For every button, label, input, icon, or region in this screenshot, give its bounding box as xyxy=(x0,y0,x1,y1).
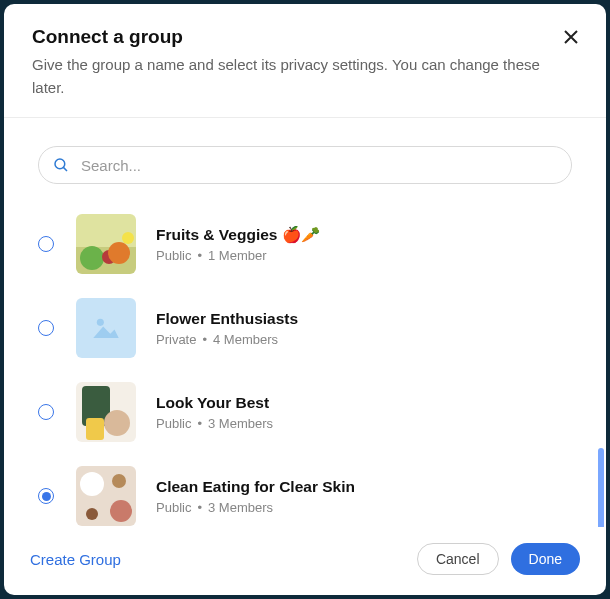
group-name: Flower Enthusiasts xyxy=(156,310,298,328)
group-thumbnail xyxy=(76,214,136,274)
group-info: Clean Eating for Clear Skin Public•3 Mem… xyxy=(156,478,355,515)
svg-point-2 xyxy=(97,319,104,326)
group-meta: Private•4 Members xyxy=(156,332,298,347)
close-button[interactable] xyxy=(560,26,582,48)
modal-body: Fruits & Veggies 🍎🥕 Public•1 Member Flow… xyxy=(4,118,606,527)
modal-subtitle: Give the group a name and select its pri… xyxy=(32,54,572,99)
modal-footer: Create Group Cancel Done xyxy=(4,527,606,595)
group-privacy: Public xyxy=(156,248,191,263)
group-privacy: Public xyxy=(156,416,191,431)
radio-button[interactable] xyxy=(38,488,54,504)
group-row[interactable]: Clean Eating for Clear Skin Public•3 Mem… xyxy=(32,454,578,527)
group-info: Fruits & Veggies 🍎🥕 Public•1 Member xyxy=(156,226,320,263)
group-thumbnail xyxy=(76,382,136,442)
image-placeholder-icon xyxy=(89,311,123,345)
radio-button[interactable] xyxy=(38,320,54,336)
group-row[interactable]: Fruits & Veggies 🍎🥕 Public•1 Member xyxy=(32,202,578,286)
group-meta: Public•1 Member xyxy=(156,248,320,263)
connect-group-modal: Connect a group Give the group a name an… xyxy=(4,4,606,595)
group-members: 3 Members xyxy=(208,416,273,431)
group-row[interactable]: Flower Enthusiasts Private•4 Members xyxy=(32,286,578,370)
group-members: 3 Members xyxy=(208,500,273,515)
group-name: Fruits & Veggies 🍎🥕 xyxy=(156,226,320,244)
svg-point-0 xyxy=(55,159,65,169)
close-icon xyxy=(563,29,579,45)
group-privacy: Private xyxy=(156,332,196,347)
create-group-link[interactable]: Create Group xyxy=(30,551,121,568)
modal-title: Connect a group xyxy=(32,26,578,48)
radio-button[interactable] xyxy=(38,404,54,420)
group-name: Look Your Best xyxy=(156,394,273,412)
group-members: 4 Members xyxy=(213,332,278,347)
cancel-button[interactable]: Cancel xyxy=(417,543,499,575)
group-thumbnail xyxy=(76,298,136,358)
group-meta: Public•3 Members xyxy=(156,416,273,431)
group-members: 1 Member xyxy=(208,248,267,263)
group-thumbnail xyxy=(76,466,136,526)
group-name: Clean Eating for Clear Skin xyxy=(156,478,355,496)
group-meta: Public•3 Members xyxy=(156,500,355,515)
group-privacy: Public xyxy=(156,500,191,515)
search-input[interactable] xyxy=(38,146,572,184)
group-list: Fruits & Veggies 🍎🥕 Public•1 Member Flow… xyxy=(32,202,578,527)
search-wrap xyxy=(38,146,572,184)
group-info: Flower Enthusiasts Private•4 Members xyxy=(156,310,298,347)
group-row[interactable]: Look Your Best Public•3 Members xyxy=(32,370,578,454)
svg-line-1 xyxy=(63,167,67,171)
modal-header: Connect a group Give the group a name an… xyxy=(4,4,606,118)
radio-button[interactable] xyxy=(38,236,54,252)
done-button[interactable]: Done xyxy=(511,543,580,575)
group-info: Look Your Best Public•3 Members xyxy=(156,394,273,431)
search-icon xyxy=(52,156,70,174)
scrollbar-thumb[interactable] xyxy=(598,448,604,527)
